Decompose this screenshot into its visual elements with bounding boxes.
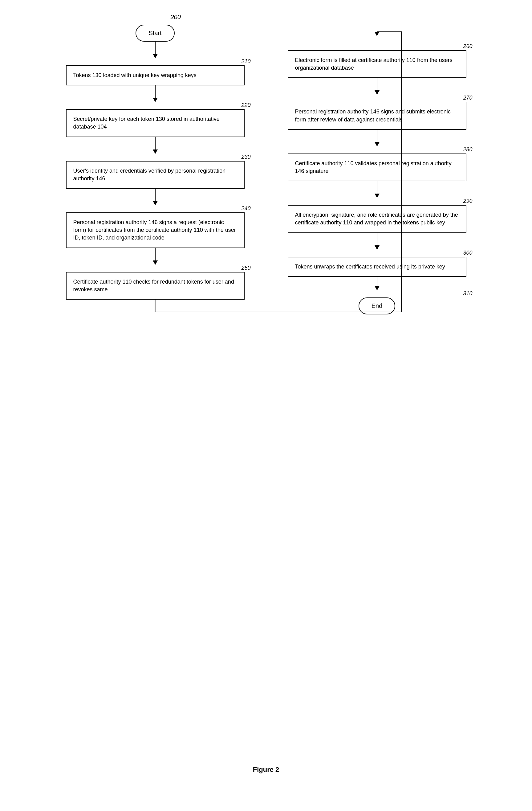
end-shape: End [359, 297, 395, 315]
text-230: User's identity and credentials verified… [73, 168, 226, 182]
label-260: 260 [463, 43, 472, 50]
text-270: Personal registration authority 146 sign… [295, 108, 451, 122]
arrow-270-280 [377, 130, 377, 142]
arrow-260-270 [377, 78, 377, 90]
box-290: All encryption, signature, and role cert… [288, 205, 466, 233]
arrow-290-300 [377, 233, 377, 245]
box-240: Personal registration authority 146 sign… [66, 212, 245, 248]
arrow-240-250 [155, 248, 156, 260]
label-220: 220 [241, 102, 250, 108]
text-300: Tokens unwraps the certificates received… [295, 263, 445, 270]
box-210: Tokens 130 loaded with unique key wrappi… [66, 65, 245, 86]
box-230: User's identity and credentials verified… [66, 161, 245, 189]
label-290: 290 [463, 198, 472, 204]
text-210: Tokens 130 loaded with unique key wrappi… [73, 72, 197, 78]
arrow-220-230 [155, 137, 156, 150]
text-240: Personal registration authority 146 sign… [73, 219, 236, 241]
arrowhead-start-210 [153, 54, 158, 58]
arrowhead-260-270 [375, 90, 379, 95]
arrow-280-290 [377, 181, 377, 194]
text-280: Certificate authority 110 validates pers… [295, 160, 452, 174]
label-270: 270 [463, 95, 472, 101]
text-250: Certificate authority 110 checks for red… [73, 279, 234, 292]
label-230: 230 [241, 154, 250, 160]
text-260: Electronic form is filled at certificate… [295, 57, 453, 71]
box-260: Electronic form is filled at certificate… [288, 50, 466, 78]
arrowhead-270-280 [375, 142, 379, 147]
box-270: Personal registration authority 146 sign… [288, 102, 466, 129]
start-node-wrapper: Start [60, 25, 251, 42]
arrow-230-240 [155, 189, 156, 201]
box-250: Certificate authority 110 checks for red… [66, 272, 245, 300]
label-210: 210 [241, 58, 250, 65]
box-280: Certificate authority 110 validates pers… [288, 153, 466, 181]
start-shape: Start [136, 25, 174, 42]
label-310: 310 [463, 290, 472, 297]
text-220: Secret/private key for each token 130 st… [73, 116, 220, 130]
arrowhead-300-310 [375, 286, 379, 290]
label-240: 240 [241, 205, 250, 212]
label-300: 300 [463, 250, 472, 256]
figure-title: Figure 2 [0, 766, 532, 774]
arrow-210-220 [155, 86, 156, 98]
text-290: All encryption, signature, and role cert… [295, 212, 458, 226]
left-column: Start 210 Tokens 130 loaded with unique … [60, 25, 251, 300]
right-column: 260 Electronic form is filled at certifi… [282, 25, 472, 315]
arrowhead-280-290 [375, 194, 379, 198]
arrowhead-230-240 [153, 201, 158, 205]
diagram-container: 200 Start 210 Tokens 130 loaded with uni… [0, 0, 532, 786]
arrowhead-210-220 [153, 98, 158, 102]
arrowhead-290-300 [375, 245, 379, 250]
arrowhead-240-250 [153, 260, 158, 265]
label-250: 250 [241, 265, 250, 271]
box-300: Tokens unwraps the certificates received… [288, 257, 466, 277]
arrow-start-210 [155, 42, 156, 54]
arrow-300-310 [377, 277, 377, 286]
label-280: 280 [463, 147, 472, 153]
arrowhead-220-230 [153, 150, 158, 154]
box-220: Secret/private key for each token 130 st… [66, 109, 245, 137]
